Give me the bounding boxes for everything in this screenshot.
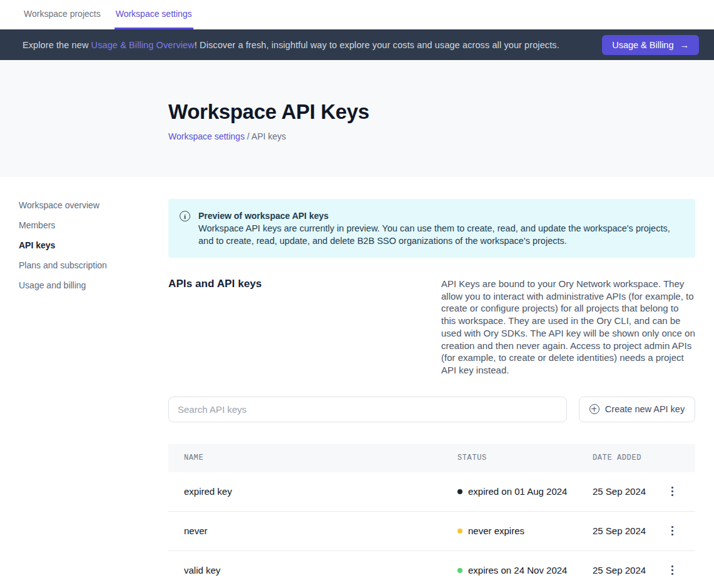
tab-workspace-settings[interactable]: Workspace settings bbox=[115, 0, 193, 29]
status-text: never expires bbox=[468, 525, 524, 536]
api-key-name: expired key bbox=[184, 486, 457, 497]
api-keys-table: NAME STATUS DATE ADDED expired key expir… bbox=[168, 444, 695, 588]
sidebar-item-workspace-overview[interactable]: Workspace overview bbox=[19, 200, 168, 210]
status-dot-icon bbox=[457, 568, 462, 573]
column-header-status: STATUS bbox=[457, 454, 593, 462]
sidebar-item-usage-billing[interactable]: Usage and billing bbox=[19, 280, 168, 290]
api-key-date-added: 25 Sep 2024 bbox=[593, 525, 665, 536]
search-input[interactable] bbox=[168, 397, 567, 422]
top-navigation: Workspace projects Workspace settings bbox=[0, 0, 714, 29]
content-area: Workspace overview Members API keys Plan… bbox=[0, 177, 714, 588]
status-text: expired on 01 Aug 2024 bbox=[468, 486, 567, 497]
api-keys-toolbar: Create new API key bbox=[168, 397, 695, 422]
preview-callout: i Preview of workspace API keys Workspac… bbox=[168, 199, 695, 258]
sidebar-item-api-keys[interactable]: API keys bbox=[19, 240, 168, 250]
breadcrumb: Workspace settings / API keys bbox=[168, 131, 695, 141]
row-actions-menu-icon[interactable] bbox=[665, 524, 680, 539]
create-api-key-button[interactable]: Create new API key bbox=[579, 397, 695, 422]
banner-message: Explore the new Usage & Billing Overview… bbox=[23, 40, 559, 50]
usage-billing-overview-link[interactable]: Usage & Billing Overview bbox=[91, 40, 195, 50]
announcement-banner: Explore the new Usage & Billing Overview… bbox=[0, 29, 714, 60]
preview-callout-body: Workspace API keys are currently in prev… bbox=[198, 222, 680, 247]
column-header-name: NAME bbox=[184, 454, 457, 462]
section-description: API Keys are bound to your Ory Network w… bbox=[441, 278, 695, 377]
apis-section: APIs and API keys API Keys are bound to … bbox=[168, 278, 695, 377]
row-actions-menu-icon[interactable] bbox=[665, 484, 680, 499]
sidebar-item-members[interactable]: Members bbox=[19, 220, 168, 230]
api-key-name: valid key bbox=[184, 565, 457, 575]
banner-text-before: Explore the new bbox=[23, 40, 91, 50]
row-actions-menu-icon[interactable] bbox=[665, 563, 680, 578]
status-text: expires on 24 Nov 2024 bbox=[468, 565, 567, 575]
usage-billing-button-label: Usage & Billing bbox=[612, 40, 673, 50]
status-dot-icon bbox=[457, 489, 462, 494]
settings-sidebar: Workspace overview Members API keys Plan… bbox=[19, 177, 168, 588]
create-api-key-label: Create new API key bbox=[605, 404, 685, 414]
breadcrumb-separator: / bbox=[245, 131, 252, 141]
table-row: valid key expires on 24 Nov 2024 25 Sep … bbox=[168, 551, 695, 588]
banner-text-after: ! Discover a fresh, insightful way to ex… bbox=[195, 40, 559, 50]
api-key-name: never bbox=[184, 525, 457, 536]
main-panel: i Preview of workspace API keys Workspac… bbox=[168, 177, 695, 588]
table-header-row: NAME STATUS DATE ADDED bbox=[168, 444, 695, 472]
tab-workspace-projects[interactable]: Workspace projects bbox=[23, 0, 102, 29]
breadcrumb-current: API keys bbox=[252, 131, 286, 141]
api-key-status: never expires bbox=[457, 525, 593, 536]
table-row: never never expires 25 Sep 2024 bbox=[168, 512, 695, 551]
table-row: expired key expired on 01 Aug 2024 25 Se… bbox=[168, 472, 695, 512]
usage-billing-button[interactable]: Usage & Billing → bbox=[602, 35, 699, 55]
page-title: Workspace API Keys bbox=[168, 100, 695, 124]
column-header-date-added: DATE ADDED bbox=[593, 454, 665, 462]
api-key-date-added: 25 Sep 2024 bbox=[593, 565, 665, 575]
preview-callout-title: Preview of workspace API keys bbox=[198, 210, 680, 222]
status-dot-icon bbox=[457, 529, 462, 534]
info-icon: i bbox=[180, 211, 190, 221]
api-key-status: expired on 01 Aug 2024 bbox=[457, 486, 593, 497]
breadcrumb-workspace-settings[interactable]: Workspace settings bbox=[168, 131, 245, 141]
arrow-right-icon: → bbox=[680, 40, 690, 50]
api-key-date-added: 25 Sep 2024 bbox=[593, 486, 665, 497]
section-heading: APIs and API keys bbox=[168, 278, 262, 377]
api-key-status: expires on 24 Nov 2024 bbox=[457, 565, 593, 575]
page-header: Workspace API Keys Workspace settings / … bbox=[0, 60, 714, 177]
plus-circle-icon bbox=[589, 404, 599, 414]
preview-callout-content: Preview of workspace API keys Workspace … bbox=[198, 210, 680, 247]
sidebar-item-plans-subscription[interactable]: Plans and subscription bbox=[19, 260, 168, 270]
